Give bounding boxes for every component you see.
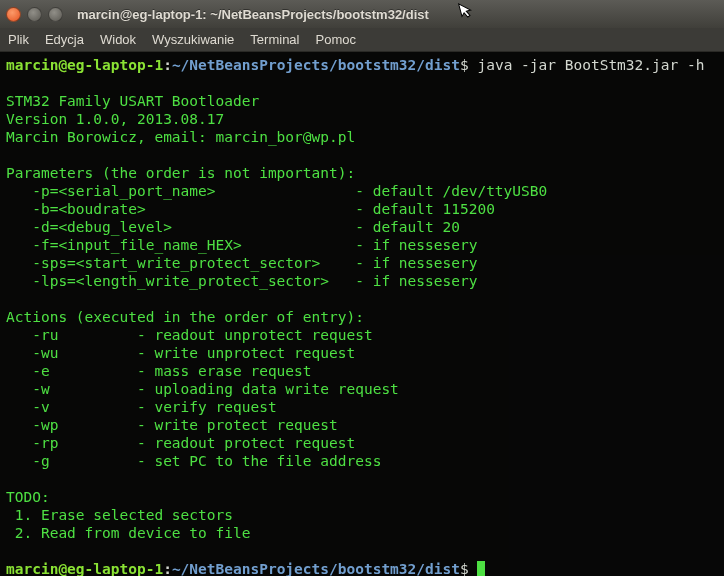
- window-controls: [6, 7, 63, 22]
- terminal-area[interactable]: marcin@eg-laptop-1:~/NetBeansProjects/bo…: [0, 52, 724, 576]
- prompt-separator: :: [163, 57, 172, 73]
- output-line: STM32 Family USART Bootloader: [6, 93, 259, 109]
- menubar: Plik Edycja Widok Wyszukiwanie Terminal …: [0, 28, 724, 52]
- output-line: Marcin Borowicz, email: marcin_bor@wp.pl: [6, 129, 355, 145]
- menu-view[interactable]: Widok: [100, 32, 136, 47]
- menu-file[interactable]: Plik: [8, 32, 29, 47]
- output-line: Actions (executed in the order of entry)…: [6, 309, 364, 325]
- menu-terminal[interactable]: Terminal: [250, 32, 299, 47]
- output-line: 2. Read from device to file: [6, 525, 250, 541]
- output-line: Version 1.0.0, 2013.08.17: [6, 111, 224, 127]
- prompt-symbol: $: [460, 561, 469, 576]
- output-line: Parameters (the order is not important):: [6, 165, 355, 181]
- prompt-user-host: marcin@eg-laptop-1: [6, 561, 163, 576]
- output-line: -sps=<start_write_protect_sector> - if n…: [6, 255, 477, 271]
- close-icon[interactable]: [6, 7, 21, 22]
- output-line: -d=<debug_level> - default 20: [6, 219, 460, 235]
- window-titlebar: marcin@eg-laptop-1: ~/NetBeansProjects/b…: [0, 0, 724, 28]
- output-line: -v - verify request: [6, 399, 277, 415]
- minimize-icon[interactable]: [27, 7, 42, 22]
- output-line: 1. Erase selected sectors: [6, 507, 233, 523]
- menu-help[interactable]: Pomoc: [315, 32, 355, 47]
- prompt-symbol: $: [460, 57, 469, 73]
- entered-command: java -jar BootStm32.jar -h: [477, 57, 704, 73]
- prompt-path: ~/NetBeansProjects/bootstm32/dist: [172, 57, 460, 73]
- output-line: -ru - readout unprotect request: [6, 327, 373, 343]
- mouse-cursor-icon: [457, 0, 476, 24]
- output-line: -wp - write protect request: [6, 417, 338, 433]
- window-title: marcin@eg-laptop-1: ~/NetBeansProjects/b…: [77, 7, 429, 22]
- output-line: -w - uploading data write request: [6, 381, 399, 397]
- output-line: -lps=<length_write_protect_sector> - if …: [6, 273, 477, 289]
- output-line: -g - set PC to the file address: [6, 453, 381, 469]
- prompt-path: ~/NetBeansProjects/bootstm32/dist: [172, 561, 460, 576]
- prompt-user-host: marcin@eg-laptop-1: [6, 57, 163, 73]
- output-line: -rp - readout protect request: [6, 435, 355, 451]
- terminal-cursor: [477, 561, 485, 576]
- output-line: -e - mass erase request: [6, 363, 312, 379]
- output-line: -wu - write unprotect request: [6, 345, 355, 361]
- prompt-separator: :: [163, 561, 172, 576]
- menu-search[interactable]: Wyszukiwanie: [152, 32, 234, 47]
- output-line: -f=<input_file_name_HEX> - if nessesery: [6, 237, 477, 253]
- output-line: TODO:: [6, 489, 50, 505]
- maximize-icon[interactable]: [48, 7, 63, 22]
- output-line: -p=<serial_port_name> - default /dev/tty…: [6, 183, 547, 199]
- menu-edit[interactable]: Edycja: [45, 32, 84, 47]
- output-line: -b=<boudrate> - default 115200: [6, 201, 495, 217]
